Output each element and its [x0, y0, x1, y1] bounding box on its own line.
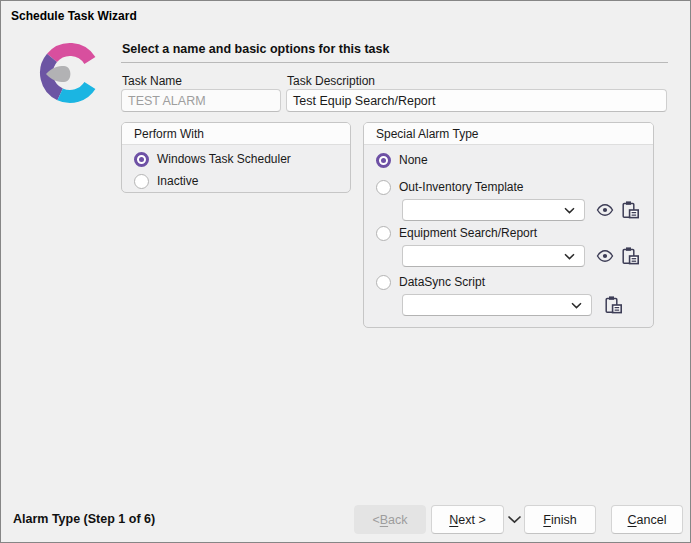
radio-unselected-icon [134, 174, 149, 189]
chevron-down-icon [564, 253, 575, 260]
radio-unselected-icon [376, 180, 391, 195]
next-button[interactable]: Next > [431, 505, 504, 534]
wizard-step-label: Alarm Type (Step 1 of 6) [13, 512, 155, 526]
perform-with-groupbox: Perform With Windows Task Scheduler Inac… [121, 122, 351, 193]
radio-label: Equipment Search/Report [399, 226, 537, 240]
radio-label: None [399, 153, 428, 167]
radio-selected-icon [376, 153, 391, 168]
radio-selected-icon [134, 152, 149, 167]
radio-label: Windows Task Scheduler [157, 152, 291, 166]
wizard-instruction-heading: Select a name and basic options for this… [122, 42, 389, 56]
back-button[interactable]: < Back [354, 505, 426, 534]
radio-option-windows-task-scheduler[interactable]: Windows Task Scheduler [134, 149, 338, 169]
radio-label: DataSync Script [399, 275, 485, 289]
clipboard-paste-icon[interactable] [620, 199, 641, 221]
app-logo-icon [38, 41, 102, 105]
finish-button[interactable]: Finish [524, 505, 596, 534]
wizard-navigation-buttons: < Back Next > Finish Cancel [354, 505, 683, 534]
schedule-task-wizard-window: Schedule Task Wizard Select a name and b… [0, 0, 691, 543]
out-inventory-template-combobox[interactable] [402, 199, 585, 221]
radio-option-equipment-search-report[interactable]: Equipment Search/Report [376, 223, 641, 243]
radio-option-none[interactable]: None [376, 150, 641, 170]
task-description-input[interactable]: Test Equip Search/Report [286, 89, 667, 112]
radio-label: Inactive [157, 174, 198, 188]
chevron-down-icon [571, 302, 582, 309]
radio-option-inactive[interactable]: Inactive [134, 171, 338, 191]
task-name-label: Task Name [122, 74, 182, 88]
cancel-button[interactable]: Cancel [611, 505, 683, 534]
radio-label: Out-Inventory Template [399, 180, 524, 194]
perform-with-group-title: Perform With [122, 123, 350, 145]
equipment-search-report-combobox[interactable] [402, 245, 585, 267]
datasync-script-combobox[interactable] [402, 294, 592, 316]
preview-eye-icon[interactable] [595, 199, 616, 221]
special-alarm-type-groupbox: Special Alarm Type None Out-Inventory Te… [363, 122, 654, 328]
task-name-input[interactable]: TEST ALARM [121, 89, 281, 112]
next-dropdown-chevron-icon[interactable] [504, 505, 524, 534]
clipboard-paste-icon[interactable] [602, 294, 624, 316]
window-title: Schedule Task Wizard [11, 9, 137, 23]
chevron-down-icon [564, 207, 575, 214]
heading-separator [121, 62, 668, 63]
radio-unselected-icon [376, 226, 391, 241]
special-alarm-type-group-title: Special Alarm Type [364, 123, 653, 145]
radio-unselected-icon [376, 275, 391, 290]
preview-eye-icon[interactable] [595, 245, 616, 267]
radio-option-datasync-script[interactable]: DataSync Script [376, 272, 641, 292]
radio-option-out-inventory-template[interactable]: Out-Inventory Template [376, 177, 641, 197]
clipboard-paste-icon[interactable] [620, 245, 641, 267]
task-description-label: Task Description [287, 74, 375, 88]
